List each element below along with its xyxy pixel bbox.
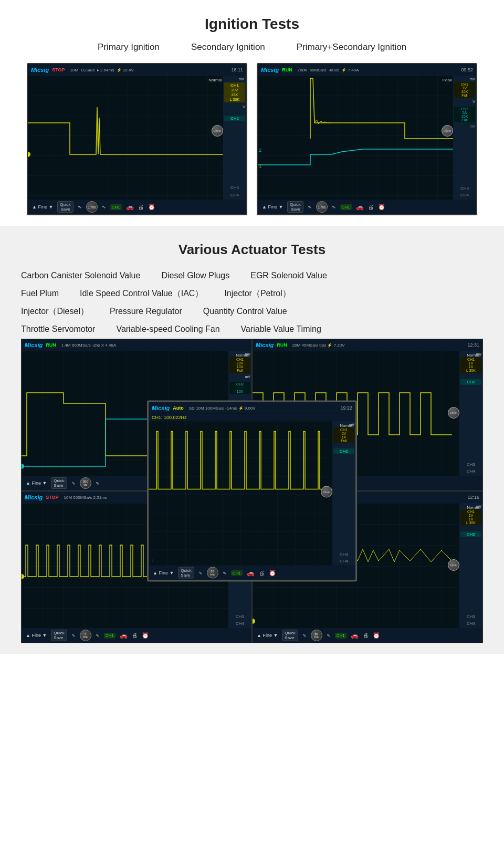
tab-primary-ignition[interactable]: Primary Ignition xyxy=(98,42,160,53)
osc5-fine-btn[interactable]: ▲ Fine ▼ xyxy=(153,570,174,576)
osc5-car-icon: 🚗 xyxy=(247,569,255,577)
osc1-print-icon[interactable]: 🖨 xyxy=(138,204,144,210)
osc2-tilde: ∿ xyxy=(332,204,336,210)
osc5-ch1-label: CH12V1XFull xyxy=(333,427,354,443)
osc7-normal-badge: Normal xyxy=(467,505,480,510)
osc4-ch1-label: CH11V1XL 30K xyxy=(460,357,481,373)
osc1-grid xyxy=(28,76,223,200)
osc5-tilde: ∿ xyxy=(223,570,227,576)
osc7-ch1-label: CH11V1XL 30K xyxy=(460,509,481,525)
osc2-peak-badge: Peak xyxy=(443,78,476,82)
osc7-ch-btn[interactable]: CH1 xyxy=(335,633,346,639)
osc2-params: 700K 50MSa/s -80us ⚡ 7.40A xyxy=(298,68,359,72)
osc3-quicksave[interactable]: QuickSave xyxy=(51,477,67,489)
osc6-params: 10M 500MSa/s 2.51ms xyxy=(64,495,107,500)
osc5-level-knob[interactable]: Level xyxy=(321,486,332,497)
osc4-params: 20M 40MSa/s 0ps ⚡ 7.20V xyxy=(292,343,345,348)
osc6-time-knob[interactable]: 4ms xyxy=(80,630,91,641)
osc6-quicksave[interactable]: QuickSave xyxy=(51,630,67,641)
osc2-ch4-label: CH4 xyxy=(454,192,475,198)
osc1-quicksave[interactable]: QuickSave xyxy=(57,201,73,213)
osc3-fine-btn[interactable]: ▲ Fine ▼ xyxy=(26,480,47,486)
osc7-time-knob[interactable]: 50ms xyxy=(311,630,322,641)
actuator-item-10: Throttle Servomotor xyxy=(21,321,95,338)
osc7-level-knob[interactable]: Level xyxy=(448,559,459,571)
osc2-fine-btn[interactable]: ▲ Fine ▼ xyxy=(262,204,283,210)
osc7-quicksave[interactable]: QuickSave xyxy=(282,630,298,641)
osc2-time-knob[interactable]: 1 ms xyxy=(316,201,328,213)
osc5-params: SD 10M 100MSa/s -14ms ⚡ 9.00V xyxy=(189,405,256,410)
osc6-print-icon[interactable]: 🖨 xyxy=(132,632,138,639)
osc1-ch-btn[interactable]: CH1 xyxy=(110,204,122,210)
osc7-print-icon[interactable]: 🖨 xyxy=(363,632,369,639)
osc7-fine-btn[interactable]: ▲ Fine ▼ xyxy=(257,633,278,638)
osc5-marker: 1 xyxy=(151,558,154,563)
actuator-item-8: Pressure Regulator xyxy=(110,303,182,320)
osc2-print-icon[interactable]: 🖨 xyxy=(368,204,374,210)
osc2-clock-icon: ⏰ xyxy=(378,204,385,211)
osc2-wave-icon: ∿ xyxy=(308,204,312,210)
osc2-car-icon: 🚗 xyxy=(356,203,364,211)
osc1-logo: Micsig xyxy=(31,67,49,73)
osc7-car-icon: 🚗 xyxy=(351,632,359,639)
osc5-timestamp: 19:22 xyxy=(340,405,352,411)
osc4-level-knob[interactable]: Level xyxy=(448,407,459,419)
osc5-ch1-freq: CH1: 100.022Hz xyxy=(149,414,355,421)
svg-text:1: 1 xyxy=(259,163,261,169)
osc1-ch2-label: CH2 xyxy=(224,116,245,121)
osc6-ch3-label: CH3 xyxy=(229,614,250,620)
osc2-ch3-label: CH3 xyxy=(454,185,475,191)
osc4-status: RUN xyxy=(277,342,287,348)
osc2-grid: 1 2 xyxy=(258,76,453,200)
actuator-item-4: Fuel Plum xyxy=(21,285,59,302)
osc3-params: 1.4M 600MSa/s -2ns X 4.48A xyxy=(61,343,117,348)
osc6-logo: Micsig xyxy=(25,494,43,500)
osc4-ch3-label: CH3 xyxy=(460,462,481,467)
osc2-time-div: 1 ms xyxy=(318,205,326,209)
osc5-ch-btn[interactable]: CH1 xyxy=(231,570,243,576)
actuator-item-12: Variable Value Timing xyxy=(241,321,321,338)
osc2-logo: Micsig xyxy=(261,67,279,73)
osc1-ch1-label: CH120V26XL 30K xyxy=(224,82,245,102)
osc1-clock-icon: ⏰ xyxy=(148,204,155,211)
osc7-ch4-label: CH4 xyxy=(460,621,481,626)
osc3-time-knob[interactable]: 200us xyxy=(80,477,91,489)
osc4-logo: Micsig xyxy=(256,342,274,348)
osc1-time-div: 1 ms xyxy=(88,205,96,209)
osc1-time-knob[interactable]: 1 ms xyxy=(86,201,98,213)
osc3-normal-badge: Normal xyxy=(236,353,249,358)
osc2-timestamp: 09:52 xyxy=(461,67,473,72)
osc1-fine-btn[interactable]: ▲ Fine ▼ xyxy=(32,204,53,210)
osc4-timestamp: 12:31 xyxy=(467,342,479,348)
actuator-item-5: Idle Speed Control Value（IAC） xyxy=(80,285,203,302)
osc6-ch-btn[interactable]: CH1 xyxy=(104,633,116,639)
osc5-logo: Micsig xyxy=(152,405,170,411)
osc5-print-icon[interactable]: 🖨 xyxy=(259,570,265,576)
osc2-ch-btn[interactable]: CH1 xyxy=(340,204,352,210)
actuator-section: Various Actuator Tests Carbon Canister S… xyxy=(0,226,504,654)
actuator-item-9: Quantity Control Value xyxy=(203,303,287,320)
actuator-item-1: Carbon Canister Solenoid Value xyxy=(21,267,140,284)
osc4-ch4-label: CH4 xyxy=(460,468,481,474)
osc2-quicksave[interactable]: QuickSave xyxy=(287,201,303,213)
osc5-grid xyxy=(149,421,332,566)
osc1-car-icon: 🚗 xyxy=(126,203,134,211)
osc2-ch2-label: CH25A10XFull xyxy=(454,107,475,122)
osc1-ch4-label: CH4 xyxy=(224,192,245,198)
osc6-ch4-label: CH4 xyxy=(229,621,250,626)
osc5-time-knob[interactable]: 10ms xyxy=(207,567,218,579)
osc3-tilde: ∿ xyxy=(96,480,100,486)
osc1-ch3-label: CH3 xyxy=(224,185,245,191)
osc2-status: RUN xyxy=(282,67,292,72)
actuator-item-11: Variable-speed Cooling Fan xyxy=(116,321,219,338)
osc3-wave-icon: ∿ xyxy=(71,480,76,486)
osc2-ch1-label: CH11V10XFull xyxy=(454,82,475,98)
osc5-ch3-label: CH3 xyxy=(333,551,354,557)
osc5-quicksave[interactable]: QuickSave xyxy=(178,567,194,579)
tab-secondary-ignition[interactable]: Secondary Ignition xyxy=(191,42,265,53)
osc6-wave-icon: ∿ xyxy=(71,633,76,638)
osc-screen-2: Micsig RUN 700K 50MSa/s -80us ⚡ 7.40A 09… xyxy=(257,63,477,215)
ignition-tabs: Primary Ignition Secondary Ignition Prim… xyxy=(10,42,494,53)
osc6-fine-btn[interactable]: ▲ Fine ▼ xyxy=(26,633,47,638)
tab-primary-secondary-ignition[interactable]: Primary+Secondary Ignition xyxy=(297,42,406,53)
